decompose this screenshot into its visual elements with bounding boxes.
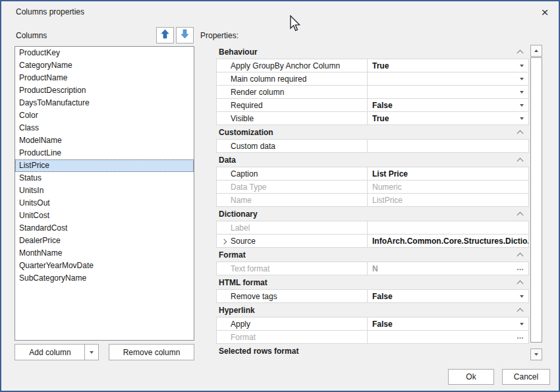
property-value[interactable]: … [368, 331, 528, 343]
list-item[interactable]: DaysToManufacture [15, 97, 194, 109]
close-icon[interactable]: × [536, 5, 553, 20]
property-label: Required [217, 99, 368, 111]
property-label-text: Visible [231, 114, 254, 123]
triangle-up-icon [534, 49, 538, 52]
move-down-button[interactable] [176, 27, 194, 43]
list-item[interactable]: Status [15, 172, 194, 184]
dropdown-arrow-icon[interactable] [520, 91, 524, 94]
collapse-icon[interactable] [517, 281, 524, 287]
list-item[interactable]: StandardCost [15, 222, 194, 235]
property-label-text: Render column [231, 88, 284, 97]
section-title: Data [219, 155, 236, 165]
dropdown-arrow-icon[interactable] [520, 117, 524, 120]
property-value-text: Numeric [372, 182, 402, 192]
property-row: Custom data [216, 139, 529, 153]
collapse-icon[interactable] [517, 158, 524, 165]
add-column-button[interactable]: Add column [14, 344, 99, 360]
property-row: Text formatN… [216, 262, 529, 275]
list-item[interactable]: MonthName [15, 247, 194, 260]
section-header[interactable]: Dictionary [216, 207, 529, 221]
scrollbar-down-button[interactable] [530, 349, 542, 360]
property-value[interactable]: False [368, 99, 528, 111]
triangle-down-icon [534, 353, 538, 356]
property-label: Format [217, 331, 368, 343]
ok-button[interactable]: Ok [448, 369, 494, 385]
property-value[interactable]: Numeric [368, 181, 528, 193]
list-item[interactable]: ModelName [15, 134, 194, 147]
section-header[interactable]: Data [216, 153, 529, 167]
list-item[interactable]: ListPrice [15, 159, 194, 172]
cancel-button[interactable]: Cancel [502, 369, 550, 385]
property-grid-scrollbar[interactable] [530, 45, 542, 360]
property-label: Caption [217, 167, 368, 180]
dropdown-arrow-icon[interactable] [520, 104, 524, 107]
list-item[interactable]: CategoryName [15, 59, 194, 72]
list-item[interactable]: UnitCost [15, 210, 194, 222]
section-header[interactable]: Format [216, 248, 529, 262]
property-label-text: Caption [231, 169, 258, 179]
property-label-text: Apply [231, 320, 250, 329]
dialog-title: Columns properties [16, 7, 84, 16]
ellipsis-button[interactable]: … [517, 264, 524, 271]
list-item[interactable]: UnitsIn [15, 184, 194, 197]
remove-column-button[interactable]: Remove column [109, 344, 194, 360]
section-header[interactable]: Behaviour [216, 45, 529, 59]
section-header[interactable]: Selected rows format [216, 344, 529, 356]
section-header[interactable]: HTML format [216, 275, 529, 289]
property-value[interactable]: N… [368, 262, 528, 275]
columns-listbox[interactable]: ProductKeyCategoryNameProductNameProduct… [14, 46, 194, 341]
ellipsis-button[interactable]: … [517, 332, 524, 340]
list-item[interactable]: Class [15, 122, 194, 134]
dropdown-arrow-icon[interactable] [520, 323, 524, 325]
list-item[interactable]: SubCategoryName [15, 272, 194, 285]
property-value[interactable]: False [368, 318, 528, 330]
property-value[interactable] [368, 221, 528, 234]
section-header[interactable]: Customization [216, 125, 529, 139]
collapse-icon[interactable] [517, 50, 524, 57]
property-value[interactable] [368, 86, 528, 98]
list-item[interactable]: Color [15, 109, 194, 122]
scrollbar-thumb[interactable] [530, 57, 542, 343]
collapse-icon[interactable] [517, 308, 524, 315]
dropdown-arrow-icon[interactable] [520, 78, 524, 80]
list-item[interactable]: QuarterYearMovDate [15, 260, 194, 272]
move-up-button[interactable] [156, 27, 174, 43]
collapse-icon[interactable] [517, 253, 524, 260]
collapse-icon[interactable] [517, 130, 524, 137]
property-label: Apply [217, 318, 368, 330]
property-value-text: False [372, 292, 393, 301]
property-label: Render column [217, 86, 368, 98]
dropdown-arrow-icon[interactable] [520, 65, 524, 67]
section-title: Hyperlink [219, 306, 255, 315]
collapse-icon[interactable] [517, 212, 524, 219]
property-label-text: Source [231, 237, 256, 246]
list-item[interactable]: ProductKey [15, 47, 194, 59]
property-value[interactable]: False [368, 290, 528, 302]
list-item[interactable]: DealerPrice [15, 235, 194, 247]
scrollbar-up-button[interactable] [530, 45, 542, 57]
property-label-text: Format [231, 333, 256, 342]
columns-list-label: Columns [16, 31, 47, 40]
property-value[interactable]: ListPrice [368, 194, 528, 206]
list-item[interactable]: ProductName [15, 72, 194, 84]
property-value[interactable] [368, 140, 528, 152]
property-row: CaptionList Price [216, 167, 529, 181]
property-value[interactable] [368, 72, 528, 85]
property-label-text: Label [231, 223, 250, 233]
dropdown-arrow-icon[interactable] [520, 295, 524, 298]
property-value[interactable]: InfoArch.Common.Core.Structures.Dictio..… [368, 235, 528, 247]
property-value[interactable]: List Price [368, 167, 528, 180]
list-item[interactable]: UnitsOut [15, 197, 194, 210]
property-value-text: InfoArch.Common.Core.Structures.Dictio..… [372, 237, 528, 246]
list-item[interactable]: ProductDescription [15, 84, 194, 97]
add-column-dropdown[interactable] [84, 345, 98, 360]
arrow-down-icon [181, 29, 189, 42]
property-value[interactable]: True [368, 112, 528, 125]
property-value[interactable]: True [368, 59, 528, 72]
section-title: Customization [219, 128, 273, 137]
property-row: Main column required [216, 72, 529, 86]
section-header[interactable]: Hyperlink [216, 303, 529, 317]
mouse-cursor-icon [289, 15, 302, 36]
list-item[interactable]: ProductLine [15, 147, 194, 159]
expand-icon[interactable] [221, 239, 227, 244]
